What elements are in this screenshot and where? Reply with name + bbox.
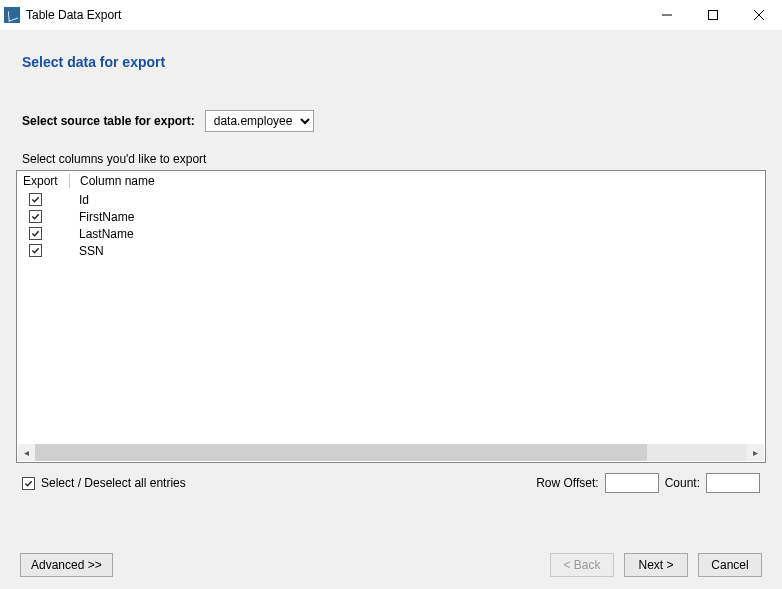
columns-listbox: Export Column name IdFirstNameLastNameSS… [16,170,766,463]
minimize-button[interactable] [644,0,690,30]
count-input[interactable] [706,473,760,493]
columns-hint: Select columns you'd like to export [22,152,766,166]
row-export-checkbox[interactable] [29,227,42,240]
scroll-thumb[interactable] [35,444,647,461]
below-list-row: Select / Deselect all entries Row Offset… [22,473,760,493]
window-title: Table Data Export [26,8,121,22]
back-button[interactable]: < Back [550,553,614,577]
table-row[interactable]: FirstName [23,208,759,225]
select-all-checkbox[interactable] [22,477,35,490]
scroll-left-icon[interactable]: ◂ [18,444,35,461]
source-table-select[interactable]: data.employee [205,110,314,132]
source-table-row: Select source table for export: data.emp… [22,110,766,132]
footer: Advanced >> < Back Next > Cancel [16,553,766,577]
row-column-name: LastName [69,227,134,241]
count-label: Count: [665,476,700,490]
row-export-cell [23,244,69,257]
check-icon [31,229,40,238]
columns-body: IdFirstNameLastNameSSN [17,191,765,259]
table-row[interactable]: LastName [23,225,759,242]
row-export-checkbox[interactable] [29,210,42,223]
source-table-label: Select source table for export: [22,114,195,128]
columns-header-separator [69,174,70,188]
maximize-icon [708,10,718,20]
check-icon [24,479,33,488]
svg-rect-1 [709,11,718,20]
row-export-checkbox[interactable] [29,244,42,257]
cancel-button[interactable]: Cancel [698,553,762,577]
maximize-button[interactable] [690,0,736,30]
horizontal-scrollbar[interactable]: ◂ ▸ [18,444,764,461]
advanced-button[interactable]: Advanced >> [20,553,113,577]
check-icon [31,246,40,255]
row-export-cell [23,193,69,206]
row-column-name: SSN [69,244,104,258]
row-column-name: FirstName [69,210,134,224]
row-column-name: Id [69,193,89,207]
row-export-cell [23,210,69,223]
row-offset-label: Row Offset: [536,476,598,490]
row-export-cell [23,227,69,240]
columns-header-export[interactable]: Export [23,174,69,188]
check-icon [31,195,40,204]
next-button[interactable]: Next > [624,553,688,577]
row-export-checkbox[interactable] [29,193,42,206]
table-row[interactable]: Id [23,191,759,208]
table-row[interactable]: SSN [23,242,759,259]
close-icon [754,10,764,20]
select-all-label: Select / Deselect all entries [41,476,186,490]
minimize-icon [662,10,672,20]
titlebar: Table Data Export [0,0,782,30]
check-icon [31,212,40,221]
page-title: Select data for export [22,54,766,70]
close-button[interactable] [736,0,782,30]
scroll-right-icon[interactable]: ▸ [747,444,764,461]
app-icon [4,7,20,23]
row-offset-input[interactable] [605,473,659,493]
columns-header-name[interactable]: Column name [80,174,155,188]
client-area: Select data for export Select source tab… [0,30,782,589]
scroll-track[interactable] [35,444,747,461]
columns-header-row: Export Column name [17,171,765,191]
